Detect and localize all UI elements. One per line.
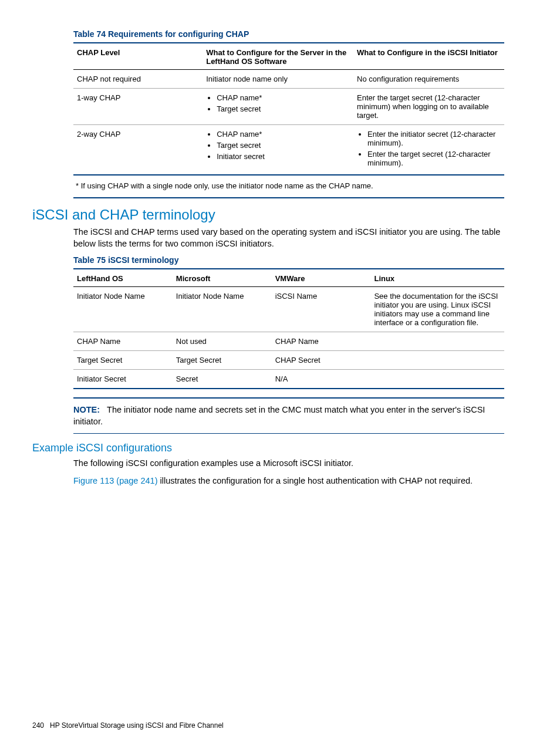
cell — [370, 370, 504, 389]
section2-para2: Figure 113 (page 241) illustrates the co… — [73, 475, 504, 487]
divider — [73, 197, 504, 198]
cell: CHAP Name — [272, 332, 371, 351]
cell: CHAP not required — [73, 70, 203, 89]
note-box: NOTE:The initiator node name and secrets… — [73, 397, 504, 434]
table75-h3: VMWare — [272, 269, 371, 287]
note-label: NOTE: — [73, 405, 100, 414]
cell — [370, 351, 504, 370]
section2-para1: The following iSCSI configuration exampl… — [73, 458, 504, 470]
cell: Enter the target secret (12-character mi… — [353, 89, 504, 125]
table-row: CHAP Name Not used CHAP Name — [73, 332, 504, 351]
table74-h1: CHAP Level — [73, 43, 203, 70]
figure-link[interactable]: Figure 113 (page 241) — [73, 476, 158, 485]
cell: CHAP Name — [73, 332, 173, 351]
cell: Initiator node name only — [203, 70, 353, 89]
cell: Target Secret — [73, 351, 173, 370]
list-item: Initiator secret — [217, 152, 350, 161]
table74-footnote: * If using CHAP with a single node only,… — [73, 180, 504, 194]
table74-header-row: CHAP Level What to Configure for the Ser… — [73, 43, 504, 70]
cell: See the documentation for the iSCSI init… — [370, 287, 504, 332]
cell: Not used — [173, 332, 272, 351]
table75-header-row: LeftHand OS Microsoft VMWare Linux — [73, 269, 504, 287]
table-row: CHAP not required Initiator node name on… — [73, 70, 504, 89]
table75-h1: LeftHand OS — [73, 269, 173, 287]
cell: CHAP name* Target secret Initiator secre… — [203, 125, 353, 175]
table74-h2: What to Configure for the Server in the … — [203, 43, 353, 70]
cell: Initiator Secret — [73, 370, 173, 389]
table-row: 2-way CHAP CHAP name* Target secret Init… — [73, 125, 504, 175]
list-item: Enter the initiator secret (12-character… — [367, 130, 501, 147]
list-item: Enter the target secret (12-character mi… — [367, 150, 501, 167]
table-row: Initiator Node Name Initiator Node Name … — [73, 287, 504, 332]
list-item: Target secret — [217, 104, 350, 113]
list-item: CHAP name* — [217, 93, 350, 102]
table-row: Target Secret Target Secret CHAP Secret — [73, 351, 504, 370]
section2-para2-rest: illustrates the configuration for a sing… — [158, 476, 473, 485]
cell: N/A — [272, 370, 371, 389]
cell: CHAP name* Target secret — [203, 89, 353, 125]
section1-para: The iSCSI and CHAP terms used vary based… — [73, 227, 504, 249]
table-row: 1-way CHAP CHAP name* Target secret Ente… — [73, 89, 504, 125]
page-number: 240 — [32, 721, 44, 730]
cell: Target Secret — [173, 351, 272, 370]
table75-title: Table 75 iSCSI terminology — [73, 255, 504, 265]
table-row: Initiator Secret Secret N/A — [73, 370, 504, 389]
page-footer: 240HP StoreVirtual Storage using iSCSI a… — [32, 721, 224, 730]
cell: Enter the initiator secret (12-character… — [353, 125, 504, 175]
table74-h3: What to Configure in the iSCSI Initiator — [353, 43, 504, 70]
cell — [370, 332, 504, 351]
cell: Initiator Node Name — [173, 287, 272, 332]
note-text: The initiator node name and secrets set … — [73, 405, 485, 426]
section-heading-example: Example iSCSI configurations — [32, 442, 504, 454]
cell: Secret — [173, 370, 272, 389]
cell: CHAP Secret — [272, 351, 371, 370]
cell: No configuration requirements — [353, 70, 504, 89]
cell: Initiator Node Name — [73, 287, 173, 332]
table75: LeftHand OS Microsoft VMWare Linux Initi… — [73, 268, 504, 389]
list-item: CHAP name* — [217, 130, 350, 139]
table75-h2: Microsoft — [173, 269, 272, 287]
table74-title: Table 74 Requirements for configuring CH… — [73, 29, 504, 39]
section-heading-terminology: iSCSI and CHAP terminology — [32, 207, 504, 223]
footer-text: HP StoreVirtual Storage using iSCSI and … — [50, 721, 224, 730]
cell: 2-way CHAP — [73, 125, 203, 175]
table75-h4: Linux — [370, 269, 504, 287]
list-item: Target secret — [217, 141, 350, 150]
table74: CHAP Level What to Configure for the Ser… — [73, 42, 504, 175]
cell: 1-way CHAP — [73, 89, 203, 125]
cell: iSCSI Name — [272, 287, 371, 332]
